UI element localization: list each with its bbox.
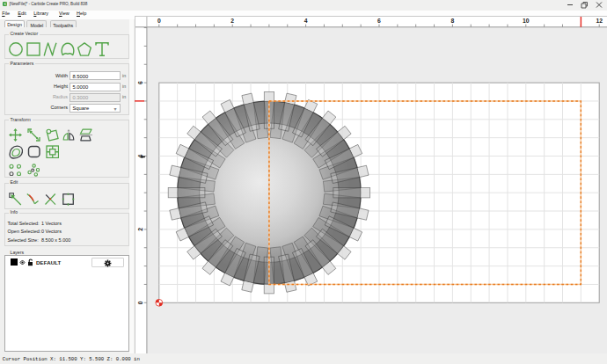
svg-text:0: 0 <box>137 301 143 304</box>
svg-text:8: 8 <box>450 18 454 24</box>
svg-text:4: 4 <box>304 18 307 24</box>
svg-text:6: 6 <box>137 80 143 84</box>
svg-text:0: 0 <box>157 18 160 24</box>
svg-text:2: 2 <box>137 227 143 230</box>
svg-text:10: 10 <box>523 18 530 24</box>
svg-text:6: 6 <box>377 18 381 24</box>
svg-text:12: 12 <box>596 18 603 24</box>
svg-text:2: 2 <box>230 18 234 24</box>
